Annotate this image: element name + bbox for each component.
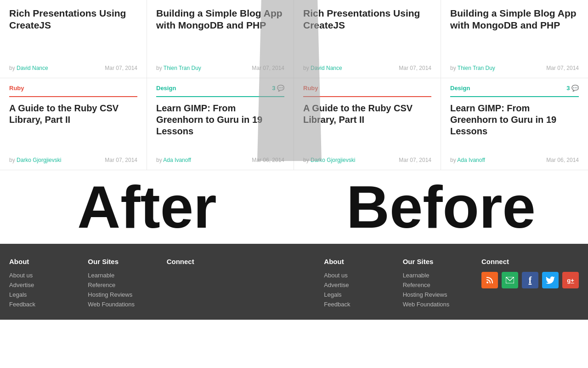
footer-hosting-reviews-right[interactable]: Hosting Reviews: [403, 291, 463, 298]
cat-date-1: Mar 07, 2014: [105, 157, 137, 163]
card-title-1: Rich Presentations Using CreateJS: [9, 7, 137, 32]
footer-web-foundations-right[interactable]: Web Foundations: [403, 301, 463, 308]
cat-label-1: Ruby: [9, 85, 137, 97]
cat-date-4: Mar 06, 2014: [546, 157, 579, 163]
card-author-link-3[interactable]: David Nance: [311, 65, 342, 71]
cat-card-meta-2: by Ada Ivanoff Mar 06, 2014: [156, 157, 284, 163]
top-card-3: Rich Presentations Using CreateJS by Dav…: [294, 0, 441, 78]
footer-oursites-col-left: Our Sites Learnable Reference Hosting Re…: [79, 258, 157, 310]
footer-about-heading-right: About: [324, 258, 384, 265]
card-date-4: Mar 07, 2014: [546, 65, 579, 71]
card-date-3: Mar 07, 2014: [399, 65, 431, 71]
cat-author-link-1[interactable]: Darko Gjorgjievski: [17, 157, 61, 163]
googleplus-icon[interactable]: g+: [562, 272, 579, 288]
card-title-4: Building a Simple Blog App with MongoDB …: [450, 7, 579, 32]
cat-name-4: Design: [450, 85, 470, 92]
cat-date-3: Mar 07, 2014: [399, 157, 431, 163]
cat-card-2: Design 3 💬 Learn GIMP: From Greenhorn to…: [147, 78, 294, 170]
footer-learnable-left[interactable]: Learnable: [88, 272, 148, 279]
card-author-prefix-3: by David Nance: [303, 65, 342, 71]
footer-legals-left[interactable]: Legals: [9, 291, 69, 298]
cat-label-4: Design 3 💬: [450, 85, 579, 97]
card-meta-2: by Thien Tran Duy Mar 07, 2014: [156, 65, 284, 71]
card-author-prefix-4: by Thien Tran Duy: [450, 65, 495, 71]
cat-card-title-1: A Guide to the Ruby CSV Library, Part II: [9, 103, 137, 126]
footer-legals-right[interactable]: Legals: [324, 291, 384, 298]
footer-oursites-col-right: Our Sites Learnable Reference Hosting Re…: [394, 258, 472, 310]
footer-feedback-right[interactable]: Feedback: [324, 301, 384, 308]
cat-card-title-2: Learn GIMP: From Greenhorn to Guru in 19…: [156, 103, 284, 137]
cat-name-3: Ruby: [303, 85, 318, 92]
card-author-prefix-1: by David Nance: [9, 65, 48, 71]
footer-connect-heading-left: Connect: [167, 258, 227, 265]
cat-card-3: Ruby A Guide to the Ruby CSV Library, Pa…: [294, 78, 441, 170]
card-meta-1: by David Nance Mar 07, 2014: [9, 65, 137, 71]
footer-connect-col-left: Connect: [158, 258, 236, 310]
footer-about-us-left[interactable]: About us: [9, 272, 69, 279]
footer-reference-right[interactable]: Reference: [403, 282, 463, 288]
rss-icon[interactable]: [481, 272, 498, 288]
card-title-3: Rich Presentations Using CreateJS: [303, 7, 431, 32]
card-meta-4: by Thien Tran Duy Mar 07, 2014: [450, 65, 579, 71]
cat-card-1: Ruby A Guide to the Ruby CSV Library, Pa…: [0, 78, 147, 170]
cat-comment-count-2: 3 💬: [272, 85, 284, 92]
cat-date-2: Mar 06, 2014: [252, 157, 284, 163]
bottom-row: Ruby A Guide to the Ruby CSV Library, Pa…: [0, 78, 588, 170]
after-before-section: After Before: [0, 170, 588, 244]
footer-about-col-right: About About us Advertise Legals Feedback: [315, 258, 393, 310]
cat-card-meta-1: by Darko Gjorgjievski Mar 07, 2014: [9, 157, 137, 163]
footer-connect-col-right: Connect f g+: [472, 258, 588, 310]
card-date-1: Mar 07, 2014: [105, 65, 137, 71]
cat-author-link-3[interactable]: Darko Gjorgjievski: [311, 157, 355, 163]
facebook-icon[interactable]: f: [522, 272, 538, 288]
cat-card-meta-3: by Darko Gjorgjievski Mar 07, 2014: [303, 157, 431, 163]
footer-oursites-heading-right: Our Sites: [403, 258, 463, 265]
footer-learnable-right[interactable]: Learnable: [403, 272, 463, 279]
cat-comment-count-4: 3 💬: [566, 85, 579, 92]
cat-card-4: Design 3 💬 Learn GIMP: From Greenhorn to…: [441, 78, 588, 170]
email-icon[interactable]: [502, 272, 518, 288]
card-author-link-2[interactable]: Thien Tran Duy: [164, 65, 201, 71]
cat-author-link-2[interactable]: Ada Ivanoff: [163, 157, 191, 163]
footer-oursites-heading-left: Our Sites: [88, 258, 148, 265]
cat-author-prefix-3: by Darko Gjorgjievski: [303, 157, 355, 163]
cat-card-meta-4: by Ada Ivanoff Mar 06, 2014: [450, 157, 579, 163]
cat-author-link-4[interactable]: Ada Ivanoff: [457, 157, 485, 163]
cat-card-title-4: Learn GIMP: From Greenhorn to Guru in 19…: [450, 103, 579, 137]
top-card-4: Building a Simple Blog App with MongoDB …: [441, 0, 588, 78]
top-card-2: Building a Simple Blog App with MongoDB …: [147, 0, 294, 78]
top-card-1: Rich Presentations Using CreateJS by Dav…: [0, 0, 147, 78]
footer-reference-left[interactable]: Reference: [88, 282, 148, 288]
cards-area: Rich Presentations Using CreateJS by Dav…: [0, 0, 588, 170]
footer-about-us-right[interactable]: About us: [324, 272, 384, 279]
card-author-prefix-2: by Thien Tran Duy: [156, 65, 201, 71]
social-icons: f g+: [481, 272, 579, 288]
footer-about-col-left: About About us Advertise Legals Feedback: [0, 258, 79, 310]
card-date-2: Mar 07, 2014: [252, 65, 284, 71]
footer-hosting-reviews-left[interactable]: Hosting Reviews: [88, 291, 148, 298]
card-author-link-1[interactable]: David Nance: [17, 65, 48, 71]
cat-label-3: Ruby: [303, 85, 431, 97]
footer-connect-heading-right: Connect: [481, 258, 579, 265]
card-author-link-4[interactable]: Thien Tran Duy: [458, 65, 495, 71]
footer-web-foundations-left[interactable]: Web Foundations: [88, 301, 148, 308]
cat-card-title-3: A Guide to the Ruby CSV Library, Part II: [303, 103, 431, 126]
footer-feedback-left[interactable]: Feedback: [9, 301, 69, 308]
cat-label-2: Design 3 💬: [156, 85, 284, 97]
cat-name-2: Design: [156, 85, 176, 92]
card-title-2: Building a Simple Blog App with MongoDB …: [156, 7, 284, 32]
cat-author-prefix-4: by Ada Ivanoff: [450, 157, 485, 163]
footer-spacer: [236, 258, 315, 310]
twitter-icon[interactable]: [542, 272, 559, 288]
cat-author-prefix-2: by Ada Ivanoff: [156, 157, 191, 163]
cat-name-1: Ruby: [9, 85, 24, 92]
svg-point-1: [486, 282, 488, 283]
page-wrapper: Rich Presentations Using CreateJS by Dav…: [0, 0, 588, 320]
footer-about-heading-left: About: [9, 258, 69, 265]
card-meta-3: by David Nance Mar 07, 2014: [303, 65, 431, 71]
footer-advertise-right[interactable]: Advertise: [324, 282, 384, 288]
footer-advertise-left[interactable]: Advertise: [9, 282, 69, 288]
top-row: Rich Presentations Using CreateJS by Dav…: [0, 0, 588, 78]
cat-author-prefix-1: by Darko Gjorgjievski: [9, 157, 61, 163]
before-label: Before: [294, 170, 588, 244]
